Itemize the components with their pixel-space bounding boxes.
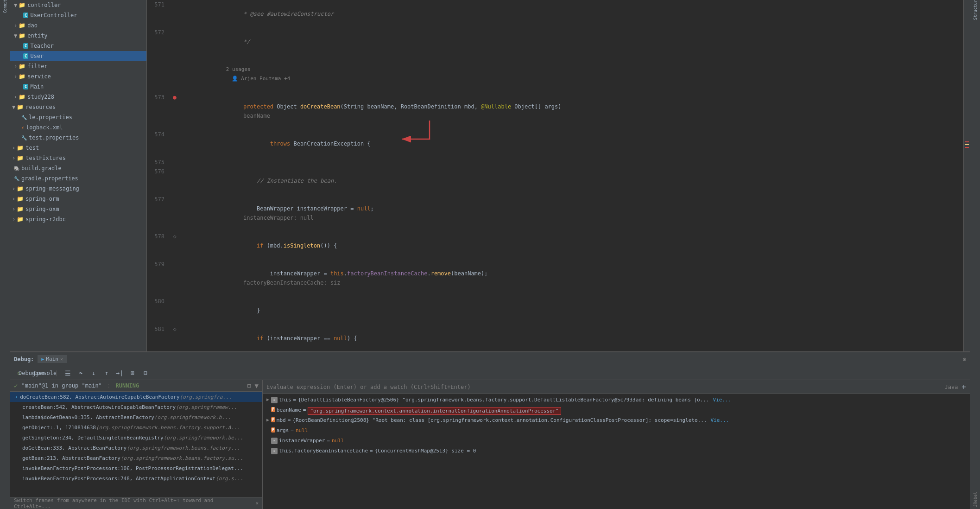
var-view-this[interactable]: Vie... (713, 397, 732, 403)
tree-item-test-properties[interactable]: 🔧 test.properties (10, 133, 146, 143)
eval-add-icon[interactable]: + (961, 382, 966, 391)
line-num-573: 573 (147, 93, 170, 130)
tree-item-filter[interactable]: › 📁 filter (10, 61, 146, 71)
tree-item-spring-messaging[interactable]: › 📁 spring-messaging (10, 184, 146, 194)
stack-frame-0[interactable]: → doCreateBean:582, AbstractAutowireCapa… (10, 392, 262, 402)
tree-item-build-gradle[interactable]: 🐘 build.gradle (10, 163, 146, 173)
tree-item-entity[interactable]: ▼ 📁 entity (10, 31, 146, 41)
frame-class-0: (org.springfra... (180, 394, 232, 400)
breakpoint-573[interactable]: ● (173, 94, 177, 101)
stack-frame-2[interactable]: lambda$doGetBean$0:335, AbstractBeanFact… (10, 412, 262, 422)
tree-item-gradle-properties[interactable]: 🔧 gradle.properties (10, 173, 146, 184)
console-tab[interactable]: Console (40, 368, 50, 378)
var-icon-mbd: P (271, 417, 275, 422)
console-tab-label: Console (33, 370, 57, 376)
eval-placeholder[interactable]: Evaluate expression (Enter) or add a wat… (266, 384, 944, 390)
gradle-icon-build: 🐘 (14, 166, 19, 171)
tree-item-spring-oxm[interactable]: › 📁 spring-oxm (10, 204, 146, 214)
stack-frame-8[interactable]: invokeBeanFactoryPostProcessors:748, Abs… (10, 473, 262, 484)
var-view-mbd[interactable]: Vie... (710, 417, 729, 423)
tree-item-service[interactable]: › 📁 service (10, 71, 146, 82)
tree-item-spring-r2dbc[interactable]: › 📁 spring-r2dbc (10, 214, 146, 224)
tree-item-test[interactable]: › 📁 test (10, 143, 146, 153)
tree-label-test-properties: test.properties (29, 134, 79, 141)
step-out-button[interactable]: ↑ (101, 368, 112, 378)
right-scrollbar[interactable] (963, 0, 970, 351)
var-name-args: args (277, 427, 289, 433)
tree-item-dao[interactable]: › 📁 dao (10, 20, 146, 31)
tree-item-usercontroller[interactable]: C UserController (10, 10, 146, 20)
thread-filter-icon[interactable]: ⊟ (247, 382, 251, 389)
gutter-574 (170, 130, 179, 158)
tree-label-resources: resources (25, 104, 56, 110)
var-item-instancewrapper[interactable]: ▶ = instanceWrapper = null (263, 437, 970, 447)
code-content-575 (179, 158, 963, 167)
tree-item-study228[interactable]: › 📁 study228 (10, 92, 146, 102)
debug-bottom-close[interactable]: ✕ (255, 500, 259, 506)
stack-frame-1[interactable]: createBean:542, AbstractAutowireCapableB… (10, 402, 262, 412)
var-item-mbd[interactable]: ▶ P mbd = {RootBeanDefinition@2508} "Roo… (263, 416, 970, 426)
code-scroll[interactable]: 571 * @see #autowireConstructor 572 */ (147, 0, 963, 351)
debug-left-panel: ✓ "main"@1 in group "main" : RUNNING ⊟ ▼… (10, 380, 263, 509)
frame-method-2: lambda$doGetBean$0:335, AbstractBeanFact… (22, 414, 154, 420)
tree-item-logback-xml[interactable]: ⚡ logback.xml (10, 122, 146, 133)
var-item-this[interactable]: ▶ = this = {DefaultListableBeanFactory@2… (263, 396, 970, 406)
tree-item-le-properties[interactable]: 🔧 le.properties (10, 112, 146, 122)
frames-button[interactable]: ☰ (63, 368, 73, 378)
code-row-meta: 2 usages 👤 Arjen Poutsma +4 (147, 56, 963, 93)
step-over-button[interactable]: ↷ (76, 368, 86, 378)
tree-label-testfixtures: testFixtures (25, 155, 66, 161)
run-to-cursor-button[interactable]: →| (114, 368, 125, 378)
debug-bottom-text: Switch frames from anywhere in the IDE w… (14, 497, 252, 509)
debug-main-tab[interactable]: ▶ Main ✕ (38, 355, 67, 363)
properties-icon-test: 🔧 (21, 135, 27, 140)
code-content-576: // Instantiate the bean. (179, 167, 963, 195)
stack-frames-list[interactable]: → doCreateBean:582, AbstractAutowireCapa… (10, 392, 262, 497)
tree-label-filter: filter (27, 63, 47, 70)
stack-frame-4[interactable]: getSingleton:234, DefaultSingletonBeanRe… (10, 433, 262, 443)
tree-item-user[interactable]: C User (10, 51, 146, 61)
frame-method-3: getObject:-1, 1710814638 (22, 425, 96, 431)
stack-frame-5[interactable]: doGetBean:333, AbstractBeanFactory (org.… (10, 443, 262, 453)
tree-item-resources[interactable]: ▼ 📁 resources (10, 102, 146, 112)
tree-item-spring-orm[interactable]: › 📁 spring-orm (10, 194, 146, 204)
tree-label-test: test (25, 145, 39, 151)
stack-frame-7[interactable]: invokeBeanFactoryPostProcessors:106, Pos… (10, 463, 262, 473)
var-icon-factorycache: = (271, 448, 278, 454)
tree-item-main[interactable]: C Main (10, 82, 146, 92)
tree-item-testfixtures[interactable]: › 📁 testFixtures (10, 153, 146, 163)
var-item-factorycache[interactable]: ▶ = this.factoryBeanInstanceCache = {Con… (263, 447, 970, 457)
line-num-572: 572 (147, 28, 170, 56)
var-value-instancewrapper: null (332, 438, 344, 444)
filter-button[interactable]: ⊟ (140, 368, 151, 378)
var-icon-args: P (271, 427, 275, 433)
debug-settings-icon[interactable]: ⚙ (963, 356, 966, 363)
evaluate-button[interactable]: ⊞ (127, 368, 138, 378)
var-expand-mbd[interactable]: ▶ (266, 417, 269, 422)
var-item-beanname[interactable]: ▶ P beanName = "org.springframework.cont… (263, 406, 970, 416)
step-into-button[interactable]: ↓ (89, 368, 99, 378)
structure-icon[interactable]: Structure (973, 2, 978, 16)
stack-frame-3[interactable]: getObject:-1, 1710814638 (org.springfram… (10, 422, 262, 433)
var-expand-this[interactable]: ▶ (266, 397, 269, 402)
line-num-571: 571 (147, 0, 170, 28)
commits-icon[interactable]: Commit (0, 2, 10, 11)
file-tree: ▼ 📁 controller C UserController › 📁 dao … (10, 0, 147, 351)
var-item-args[interactable]: ▶ P args = null (263, 426, 970, 437)
tree-label-teacher: Teacher (30, 43, 54, 49)
debug-tab-close[interactable]: ✕ (60, 356, 63, 362)
java-icon-teacher: C (23, 43, 28, 49)
tree-label-service: service (27, 73, 51, 80)
thread-name-text: "main"@1 in group "main" (21, 382, 101, 389)
tree-item-teacher[interactable]: C Teacher (10, 41, 146, 51)
code-row-573: 573 ● protected Object doCreateBean(Stri… (147, 93, 963, 130)
jrebel-label[interactable]: JRebel (973, 492, 978, 507)
java-icon-main: C (23, 84, 28, 89)
code-content-580: } (179, 297, 963, 324)
tree-item-controller[interactable]: ▼ 📁 controller (10, 0, 146, 10)
tree-label-logback-xml: logback.xml (26, 124, 63, 131)
thread-expand-icon[interactable]: ▼ (255, 382, 259, 389)
stack-frame-6[interactable]: getBean:213, AbstractBeanFactory (org.sp… (10, 453, 262, 463)
thread-status: RUNNING (116, 382, 139, 389)
gutter-576 (170, 167, 179, 195)
